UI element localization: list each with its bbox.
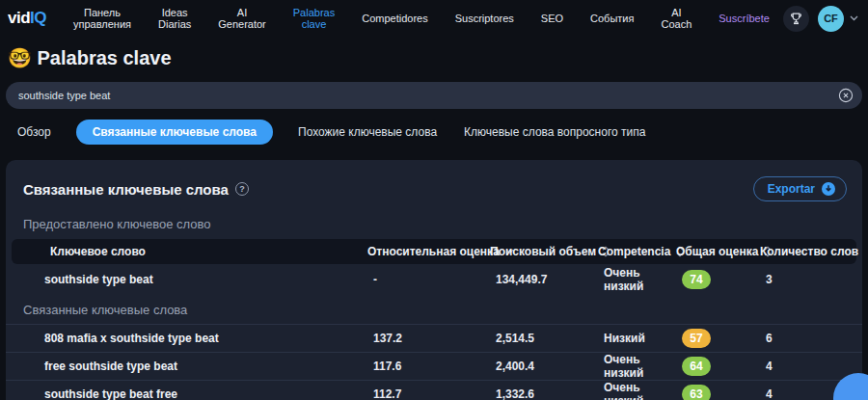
word-count-cell: 4: [766, 360, 853, 373]
nav-right-cluster: CF: [783, 6, 858, 32]
chevron-down-icon[interactable]: [850, 15, 858, 21]
nerd-face-emoji: 🤓: [8, 47, 32, 68]
competition-cell: Очень низкий: [604, 353, 682, 380]
column-header-keyword[interactable]: Ключевое слово: [50, 245, 367, 258]
page-title: 🤓 Palabras clave: [8, 45, 868, 70]
column-label-keyword: Ключевое слово: [50, 245, 146, 258]
column-header-overall-score[interactable]: Общая оценка: [676, 245, 760, 258]
keyword-cell[interactable]: southside type beat free: [44, 387, 373, 400]
overall-score-badge: 64: [682, 357, 711, 376]
section-title: Связанные ключевые слова ?: [23, 181, 249, 198]
keyword-search-bar: [6, 82, 862, 109]
provided-keyword-label: Предоставлено ключевое слово: [6, 201, 862, 239]
nav-item-daily-ideas[interactable]: Ideas Diarias: [154, 5, 195, 32]
related-keyword-rows: 808 mafia x southside type beat137.22,51…: [6, 324, 862, 400]
table-row: 808 mafia x southside type beat137.22,51…: [6, 324, 862, 352]
tab-overview[interactable]: Обзор: [15, 120, 53, 145]
nav-item-subscribers[interactable]: Suscriptores: [451, 11, 518, 26]
tab-matching[interactable]: Похожие ключевые слова: [296, 120, 439, 145]
nav-item-ai-generator[interactable]: AI Generator: [214, 5, 270, 32]
column-label-search-volume: Поисковый объем: [490, 245, 596, 258]
nav-item-keywords[interactable]: Palabras clave: [289, 5, 339, 32]
avatar[interactable]: CF: [818, 6, 844, 32]
top-nav: vidIQ Панель управленияIdeas DiariasAI G…: [0, 0, 868, 37]
relative-score-cell: -: [373, 273, 496, 286]
column-header-word-count[interactable]: Количество слов: [760, 245, 847, 258]
column-label-relative-score: Относительная оценка: [367, 245, 500, 258]
table-row: free southside type beat117.62,400.4Очен…: [6, 352, 862, 380]
overall-score-badge: 63: [682, 385, 711, 400]
relative-score-cell: 112.7: [373, 387, 496, 400]
keyword-cell[interactable]: free southside type beat: [44, 360, 373, 373]
competition-cell: Очень низкий: [604, 266, 682, 293]
clear-search-icon[interactable]: [838, 88, 854, 103]
nav-item-subscribe[interactable]: Suscríbete: [715, 11, 773, 26]
search-volume-cell: 1,332.6: [496, 387, 604, 400]
overall-score-cell: 64: [682, 357, 766, 376]
provided-keyword-rows: southside type beat-134,449.7Очень низки…: [6, 264, 862, 294]
panel-header: Связанные ключевые слова ? Exportar: [6, 160, 862, 201]
tab-questions[interactable]: Ключевые слова вопросного типа: [462, 120, 647, 145]
column-label-competition: Competencia: [598, 245, 670, 258]
related-keywords-label: Связанные ключевые слова: [6, 294, 862, 324]
nav-menu: Панель управленияIdeas DiariasAI Generat…: [69, 5, 773, 32]
trophy-icon: [789, 12, 803, 26]
nav-item-ai-coach[interactable]: AI Coach: [657, 5, 695, 32]
nav-item-competitors[interactable]: Competidores: [358, 11, 431, 26]
column-header-search-volume[interactable]: Поисковый объем: [490, 245, 598, 258]
nav-item-events[interactable]: События: [586, 11, 637, 26]
word-count-cell: 6: [766, 332, 853, 345]
overall-score-cell: 57: [682, 329, 766, 348]
nav-item-seo[interactable]: SEO: [537, 11, 567, 26]
download-icon: [821, 181, 836, 197]
overall-score-badge: 74: [682, 270, 711, 289]
search-volume-cell: 2,400.4: [496, 360, 604, 373]
export-button[interactable]: Exportar: [753, 176, 847, 201]
table-header-row: Ключевое словоОтносительная оценкаПоиско…: [12, 239, 856, 264]
relative-score-cell: 117.6: [373, 360, 496, 373]
table-row: southside type beat free112.71,332.6Очен…: [6, 380, 862, 400]
column-header-relative-score[interactable]: Относительная оценка: [367, 245, 490, 258]
keyword-cell[interactable]: 808 mafia x southside type beat: [44, 332, 373, 345]
keyword-cell[interactable]: southside type beat: [44, 273, 373, 286]
help-icon[interactable]: ?: [235, 182, 249, 196]
search-input[interactable]: [6, 90, 862, 101]
page-header: 🤓 Palabras clave: [0, 37, 868, 70]
overall-score-badge: 57: [682, 329, 711, 348]
tab-related[interactable]: Связанные ключевые слова: [76, 120, 273, 145]
related-keywords-panel: Связанные ключевые слова ? Exportar Пред…: [6, 160, 862, 400]
search-volume-cell: 134,449.7: [496, 273, 604, 286]
overall-score-cell: 74: [682, 270, 766, 289]
column-header-competition[interactable]: Competencia: [598, 245, 676, 258]
relative-score-cell: 137.2: [373, 332, 496, 345]
logo-iq-text: IQ: [30, 9, 46, 27]
achievements-button[interactable]: [783, 6, 809, 32]
search-volume-cell: 2,514.5: [496, 332, 604, 345]
vidiq-logo[interactable]: vidIQ: [8, 9, 46, 28]
column-label-overall-score: Общая оценка: [676, 245, 758, 258]
competition-cell: Низкий: [604, 332, 682, 345]
competition-cell: Очень низкий: [604, 381, 682, 400]
table-row: southside type beat-134,449.7Очень низки…: [6, 264, 862, 294]
column-label-word-count: Количество слов: [760, 245, 858, 258]
word-count-cell: 3: [766, 273, 853, 286]
keyword-tabs: ОбзорСвязанные ключевые словаПохожие клю…: [15, 119, 868, 146]
logo-vid-text: vid: [8, 9, 30, 27]
nav-item-dashboard[interactable]: Панель управления: [69, 5, 135, 32]
overall-score-cell: 63: [682, 385, 766, 400]
app-root: vidIQ Панель управленияIdeas DiariasAI G…: [0, 0, 868, 400]
